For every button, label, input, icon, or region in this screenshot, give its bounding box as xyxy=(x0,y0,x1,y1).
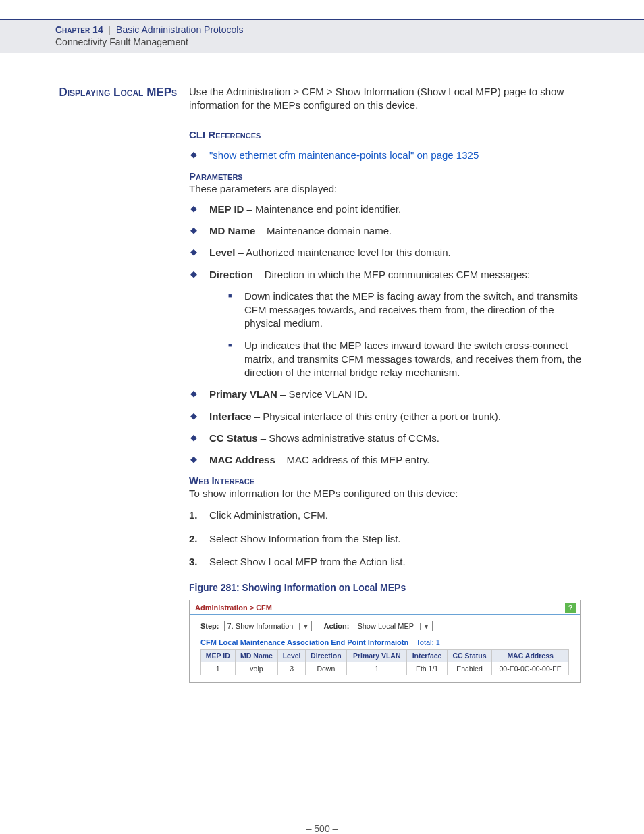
parameters-head: Parameters xyxy=(189,170,589,182)
param-item: Primary VLAN – Service VLAN ID. xyxy=(189,388,589,401)
cell: 1 xyxy=(201,662,236,675)
web-step-text: Select Show Local MEP from the Action li… xyxy=(209,556,406,567)
web-step: 1.Click Administration, CFM. xyxy=(189,509,589,522)
chapter-subsection: Connectivity Fault Management xyxy=(55,36,644,47)
cell: Eth 1/1 xyxy=(407,662,447,675)
col-primary-vlan: Primary VLAN xyxy=(346,650,406,662)
param-desc: – Authorized maintenance level for this … xyxy=(235,246,450,258)
figure-caption: Figure 281: Showing Information on Local… xyxy=(189,582,589,593)
chevron-down-icon: ▼ xyxy=(299,623,308,630)
cli-ref-item: "show ethernet cfm maintenance-points lo… xyxy=(189,149,589,162)
cell: 1 xyxy=(346,662,406,675)
cli-ref-link[interactable]: "show ethernet cfm maintenance-points lo… xyxy=(209,149,479,161)
param-item: MD Name – Maintenance domain name. xyxy=(189,224,589,238)
web-step-text: Select Show Information from the Step li… xyxy=(209,533,400,544)
cell: 3 xyxy=(278,662,305,675)
side-heading: Displaying Local MEPs xyxy=(55,85,182,100)
param-label: MAC Address xyxy=(209,454,275,465)
page-number: – 500 – xyxy=(0,823,644,834)
step-select[interactable]: 7. Show Information ▼ xyxy=(224,621,313,631)
cell: 00-E0-0C-00-00-FE xyxy=(492,662,569,675)
step-label: Step: xyxy=(200,622,219,630)
param-label: Level xyxy=(209,246,235,258)
web-intro: To show information for the MEPs configu… xyxy=(189,488,589,499)
param-desc: – MAC address of this MEP entry. xyxy=(275,454,430,465)
param-item: Interface – Physical interface of this e… xyxy=(189,410,589,423)
param-sub-item: Up indicates that the MEP faces inward t… xyxy=(228,339,589,380)
mep-table: MEP ID MD Name Level Direction Primary V… xyxy=(200,649,569,675)
param-desc: – Shows administrative status of CCMs. xyxy=(258,432,439,444)
screenshot-breadcrumb: Administration > CFM xyxy=(195,604,272,612)
help-icon[interactable]: ? xyxy=(565,603,576,613)
web-interface-head: Web Interface xyxy=(189,475,589,486)
chapter-line: Chapter 14 | Basic Administration Protoc… xyxy=(55,24,644,35)
col-mep-id: MEP ID xyxy=(201,650,236,662)
web-step-text: Click Administration, CFM. xyxy=(209,509,328,521)
param-item: Direction – Direction in which the MEP c… xyxy=(189,268,589,380)
divider: | xyxy=(106,24,114,35)
param-sub-item: Down indicates that the MEP is facing aw… xyxy=(228,290,589,331)
param-label: Direction xyxy=(209,269,253,280)
step-select-value: 7. Show Information xyxy=(227,622,294,630)
cell: Enabled xyxy=(447,662,492,675)
parameters-intro: These parameters are displayed: xyxy=(189,183,589,194)
param-label: MEP ID xyxy=(209,203,244,215)
param-item: MEP ID – Maintenance end point identifie… xyxy=(189,203,589,216)
chapter-section: Basic Administration Protocols xyxy=(116,24,243,35)
param-item: CC Status – Shows administrative status … xyxy=(189,432,589,445)
web-step: 2.Select Show Information from the Step … xyxy=(189,532,589,546)
table-row: 1 voip 3 Down 1 Eth 1/1 Enabled 00-E0-0C… xyxy=(201,662,569,675)
screenshot-panel: Administration > CFM ? Step: 7. Show Inf… xyxy=(189,600,581,683)
col-cc-status: CC Status xyxy=(447,650,492,662)
param-label: Primary VLAN xyxy=(209,388,277,400)
cli-references-head: CLI References xyxy=(189,129,589,140)
lead-paragraph: Use the Administration > CFM > Show Info… xyxy=(189,85,589,113)
col-level: Level xyxy=(278,650,305,662)
col-md-name: MD Name xyxy=(235,650,278,662)
chapter-label: Chapter 14 xyxy=(55,24,103,35)
col-mac-address: MAC Address xyxy=(492,650,569,662)
param-label: CC Status xyxy=(209,432,258,444)
param-item: MAC Address – MAC address of this MEP en… xyxy=(189,453,589,467)
action-label: Action: xyxy=(323,622,349,630)
param-desc: – Direction in which the MEP communicate… xyxy=(253,269,530,280)
web-step: 3.Select Show Local MEP from the Action … xyxy=(189,555,589,569)
col-direction: Direction xyxy=(305,650,346,662)
col-interface: Interface xyxy=(407,650,447,662)
screenshot-total: Total: 1 xyxy=(416,638,439,646)
param-desc: – Service VLAN ID. xyxy=(277,388,367,400)
screenshot-list-title: CFM Local Maintenance Association End Po… xyxy=(200,638,408,646)
param-desc: – Physical interface of this entry (eith… xyxy=(252,411,501,422)
action-select-value: Show Local MEP xyxy=(357,622,414,630)
param-item: Level – Authorized maintenance level for… xyxy=(189,246,589,259)
cell: voip xyxy=(235,662,278,675)
page-header: Chapter 14 | Basic Administration Protoc… xyxy=(0,19,644,53)
chevron-down-icon: ▼ xyxy=(420,623,429,630)
param-label: Interface xyxy=(209,411,252,422)
param-desc: – Maintenance end point identifier. xyxy=(244,203,401,215)
param-desc: – Maintenance domain name. xyxy=(255,225,392,236)
param-label: MD Name xyxy=(209,225,255,236)
cell: Down xyxy=(305,662,346,675)
action-select[interactable]: Show Local MEP ▼ xyxy=(354,621,433,631)
